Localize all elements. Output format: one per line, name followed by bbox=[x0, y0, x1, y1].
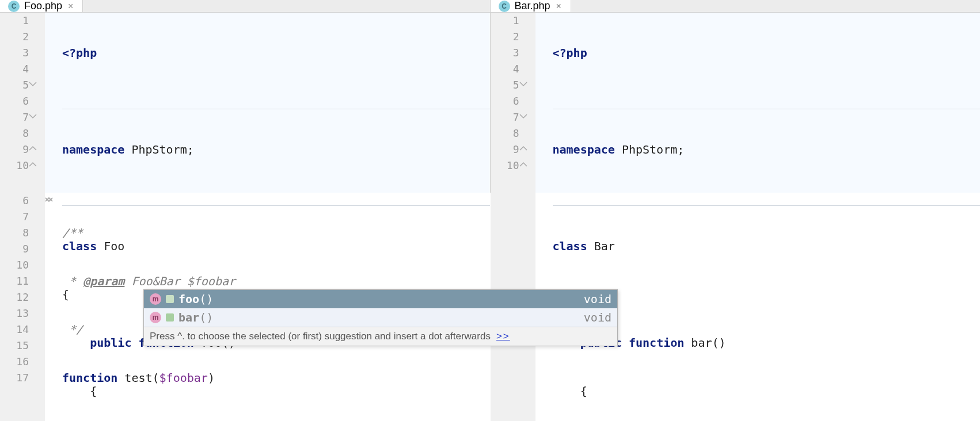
fold-marker-icon[interactable] bbox=[519, 80, 527, 88]
fold-marker-icon[interactable] bbox=[29, 160, 37, 169]
code-token: <?php bbox=[553, 46, 587, 60]
visibility-icon bbox=[166, 295, 174, 303]
line-number: 3 bbox=[491, 45, 519, 61]
tab-foo[interactable]: C Foo.php × bbox=[0, 0, 83, 12]
hint-more-link[interactable]: >> bbox=[496, 331, 510, 342]
code-token: $foobar bbox=[159, 371, 208, 385]
left-pane: C Foo.php × 1 2 3 4 5 6 7 8 9 10 bbox=[0, 0, 491, 193]
fold-marker-icon[interactable] bbox=[29, 144, 37, 152]
line-number: 16 bbox=[0, 354, 29, 370]
line-number: 6 bbox=[491, 93, 519, 109]
bottom-gutter: 6 7 8 9 10 11 12 13 14 15 16 17 bbox=[0, 193, 45, 421]
line-number: 2 bbox=[0, 29, 29, 45]
code-token: ) bbox=[208, 371, 215, 385]
fold-marker-icon[interactable] bbox=[519, 112, 527, 120]
line-number: 4 bbox=[491, 61, 519, 77]
code-token: @param bbox=[83, 274, 124, 288]
completion-item-bar[interactable]: m bar() void bbox=[144, 308, 617, 327]
close-icon[interactable]: × bbox=[555, 1, 563, 12]
line-number: 9 bbox=[491, 141, 519, 158]
visibility-icon bbox=[166, 313, 174, 322]
completion-name: foo() bbox=[178, 292, 213, 306]
tab-label: Bar.php bbox=[515, 0, 550, 12]
code-token: namespace bbox=[553, 143, 615, 156]
method-icon: m bbox=[150, 312, 161, 323]
completion-name: bar() bbox=[178, 311, 213, 324]
line-number: 4 bbox=[0, 61, 29, 77]
tab-label: Foo.php bbox=[24, 0, 62, 12]
line-number: 8 bbox=[0, 125, 29, 141]
line-number: 12 bbox=[0, 289, 29, 305]
line-number: 10 bbox=[491, 158, 519, 174]
line-number: 1 bbox=[491, 13, 519, 29]
code-token: namespace bbox=[62, 143, 124, 156]
completion-item-foo[interactable]: m foo() void bbox=[144, 290, 617, 308]
code-token: /** bbox=[62, 226, 83, 240]
line-number: 8 bbox=[0, 225, 29, 241]
close-icon[interactable]: × bbox=[67, 1, 74, 12]
completion-popup[interactable]: m foo() void m bar() void Press ^. to ch… bbox=[143, 289, 618, 346]
line-number: 17 bbox=[0, 370, 29, 386]
hint-text: Press ^. to choose the selected (or firs… bbox=[150, 331, 491, 342]
left-tabbar: C Foo.php × bbox=[0, 0, 490, 13]
line-number: 7 bbox=[0, 109, 29, 125]
line-number: 10 bbox=[0, 257, 29, 273]
line-number: 14 bbox=[0, 322, 29, 338]
method-icon: m bbox=[150, 293, 161, 305]
line-number: 6 bbox=[0, 193, 29, 209]
right-pane: C Bar.php × 1 2 3 4 5 6 7 8 9 10 bbox=[491, 0, 981, 193]
code-token: ; bbox=[187, 143, 194, 156]
line-number: 8 bbox=[491, 125, 519, 141]
line-number: 11 bbox=[0, 273, 29, 289]
line-number: 1 bbox=[0, 13, 29, 29]
line-number: 5 bbox=[491, 77, 519, 93]
line-number: 2 bbox=[491, 29, 519, 45]
line-number: 7 bbox=[0, 209, 29, 225]
fold-marker-icon[interactable] bbox=[519, 144, 527, 152]
code-token: test( bbox=[117, 371, 159, 385]
code-token: Foo&Bar $foobar bbox=[124, 274, 235, 288]
fold-marker-icon[interactable] bbox=[29, 112, 37, 120]
completion-return-type: void bbox=[584, 292, 611, 306]
php-class-icon: C bbox=[8, 1, 20, 12]
tab-bar[interactable]: C Bar.php × bbox=[491, 0, 571, 12]
completion-hint: Press ^. to choose the selected (or firs… bbox=[144, 327, 617, 346]
code-token: <?php bbox=[62, 46, 97, 60]
line-number: 9 bbox=[0, 141, 29, 158]
code-token: PhpStorm bbox=[124, 143, 187, 156]
code-token: PhpStorm bbox=[615, 143, 677, 156]
line-number: 9 bbox=[0, 241, 29, 257]
completion-return-type: void bbox=[584, 311, 611, 324]
line-number: 15 bbox=[0, 338, 29, 354]
line-number: 10 bbox=[0, 158, 29, 174]
code-token: ; bbox=[677, 143, 684, 156]
line-number: 3 bbox=[0, 45, 29, 61]
fold-marker-icon[interactable] bbox=[29, 80, 37, 88]
php-class-icon: C bbox=[499, 1, 510, 12]
line-number: 5 bbox=[0, 77, 29, 93]
code-token: * bbox=[62, 274, 83, 288]
code-token: */ bbox=[62, 323, 83, 336]
line-number: 13 bbox=[0, 305, 29, 322]
line-number: 7 bbox=[491, 109, 519, 125]
code-token: function bbox=[62, 371, 117, 385]
fold-marker-icon[interactable] bbox=[519, 160, 527, 169]
right-tabbar: C Bar.php × bbox=[491, 0, 981, 13]
line-number: 6 bbox=[0, 93, 29, 109]
